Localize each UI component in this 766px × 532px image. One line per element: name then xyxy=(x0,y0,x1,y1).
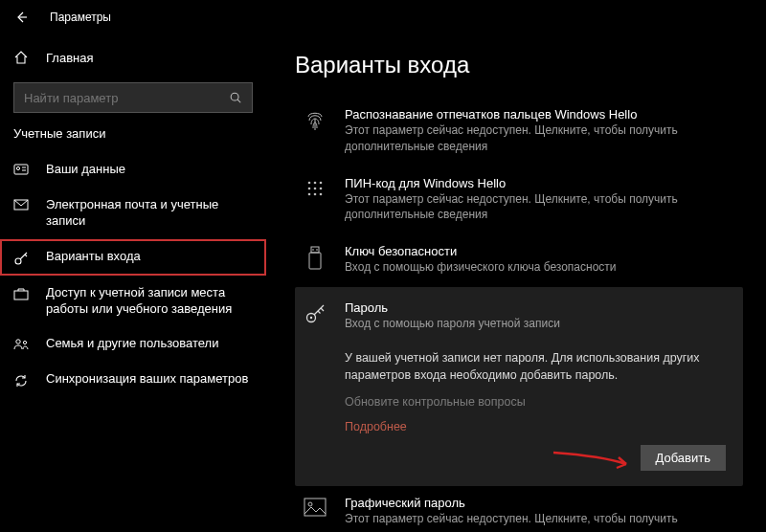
annotation-arrow-icon xyxy=(552,449,638,474)
svg-line-10 xyxy=(25,255,27,256)
nav-list: Ваши данные Электронная почта и учетные … xyxy=(0,152,266,398)
option-picture-password[interactable]: Графический пароль Этот параметр сейчас … xyxy=(295,486,743,532)
arrow-left-icon xyxy=(13,10,29,25)
svg-point-21 xyxy=(314,192,317,195)
svg-rect-11 xyxy=(14,291,28,299)
svg-rect-26 xyxy=(309,253,321,269)
svg-point-19 xyxy=(320,187,323,189)
key-icon xyxy=(303,302,327,325)
badge-icon xyxy=(13,164,29,177)
svg-line-2 xyxy=(237,100,240,102)
sidebar-item-email-accounts[interactable]: Электронная почта и учетные записи xyxy=(0,188,266,239)
option-desc: Вход с помощью физического ключа безопас… xyxy=(345,259,735,276)
option-desc: Вход с помощью пароля учетной записи xyxy=(345,316,726,332)
sidebar-item-work-school[interactable]: Доступ к учетной записи места работы или… xyxy=(0,276,266,327)
sidebar-item-label: Электронная почта и учетные записи xyxy=(46,197,253,230)
password-info: У вашей учетной записи нет пароля. Для и… xyxy=(345,349,726,384)
option-title: Пароль xyxy=(345,300,726,315)
sidebar-item-label: Доступ к учетной записи места работы или… xyxy=(46,285,253,318)
svg-point-16 xyxy=(320,181,323,184)
svg-line-31 xyxy=(318,311,321,314)
add-password-button[interactable]: Добавить xyxy=(641,445,726,471)
svg-point-20 xyxy=(308,192,311,195)
sidebar-item-home[interactable]: Главная xyxy=(0,40,266,75)
page-title: Варианты входа xyxy=(295,52,743,78)
sidebar-item-family[interactable]: Семья и другие пользователи xyxy=(0,326,266,362)
sidebar-item-sync[interactable]: Синхронизация ваших параметров xyxy=(0,362,266,398)
option-password[interactable]: Пароль Вход с помощью пароля учетной зап… xyxy=(295,287,743,486)
mail-icon xyxy=(13,199,29,211)
home-icon xyxy=(13,50,29,65)
option-pin[interactable]: ПИН-код для Windows Hello Этот параметр … xyxy=(295,166,743,235)
svg-point-4 xyxy=(16,166,19,169)
window-title: Параметры xyxy=(50,11,111,24)
sidebar-item-label: Семья и другие пользователи xyxy=(46,336,218,352)
briefcase-icon xyxy=(13,287,29,300)
svg-point-13 xyxy=(23,342,26,344)
option-title: ПИН-код для Windows Hello xyxy=(345,176,735,190)
search-input[interactable] xyxy=(13,82,253,113)
key-icon xyxy=(13,251,29,266)
update-questions-link[interactable]: Обновите контрольные вопросы xyxy=(345,395,726,409)
sidebar-item-label: Синхронизация ваших параметров xyxy=(46,371,248,388)
option-desc: Этот параметр сейчас недоступен. Щелкнит… xyxy=(345,122,735,155)
sidebar-item-your-info[interactable]: Ваши данные xyxy=(0,152,266,188)
svg-rect-3 xyxy=(14,165,28,174)
titlebar: Параметры xyxy=(0,0,766,34)
svg-point-14 xyxy=(308,181,311,184)
learn-more-link[interactable]: Подробнее xyxy=(345,420,726,433)
sidebar-item-label: Ваши данные xyxy=(46,162,125,178)
sidebar-item-signin-options[interactable]: Варианты входа xyxy=(0,239,266,276)
back-button[interactable] xyxy=(8,4,34,31)
usb-key-icon xyxy=(303,246,327,271)
svg-point-18 xyxy=(314,187,317,189)
content-area: Варианты входа Распознавание отпечатков … xyxy=(266,34,766,532)
option-desc: Этот параметр сейчас недоступен. Щелкнит… xyxy=(345,511,735,532)
option-fingerprint[interactable]: Распознавание отпечатков пальцев Windows… xyxy=(295,98,743,166)
sidebar-item-label: Главная xyxy=(46,51,93,65)
option-title: Ключ безопасности xyxy=(345,244,735,258)
people-icon xyxy=(13,338,29,351)
fingerprint-icon xyxy=(303,109,327,134)
section-title: Учетные записи xyxy=(0,124,266,152)
svg-point-17 xyxy=(308,187,311,189)
search-field[interactable] xyxy=(24,91,229,105)
svg-point-28 xyxy=(310,317,312,319)
svg-rect-23 xyxy=(311,247,319,253)
svg-line-30 xyxy=(321,308,324,311)
svg-point-15 xyxy=(314,181,317,184)
sidebar-item-label: Варианты входа xyxy=(46,249,141,265)
picture-icon xyxy=(303,498,327,517)
option-security-key[interactable]: Ключ безопасности Вход с помощью физичес… xyxy=(295,234,743,287)
keypad-icon xyxy=(303,178,327,199)
sidebar: Главная Учетные записи Ваши данные xyxy=(0,34,266,532)
svg-point-12 xyxy=(16,340,20,344)
option-title: Графический пароль xyxy=(345,496,735,510)
search-icon xyxy=(229,91,242,104)
sync-icon xyxy=(13,373,29,388)
svg-point-33 xyxy=(308,502,312,506)
svg-point-22 xyxy=(320,192,323,195)
option-title: Распознавание отпечатков пальцев Windows… xyxy=(345,107,735,122)
option-desc: Этот параметр сейчас недоступен. Щелкнит… xyxy=(345,191,735,224)
svg-point-1 xyxy=(231,93,238,100)
svg-rect-32 xyxy=(304,499,326,516)
